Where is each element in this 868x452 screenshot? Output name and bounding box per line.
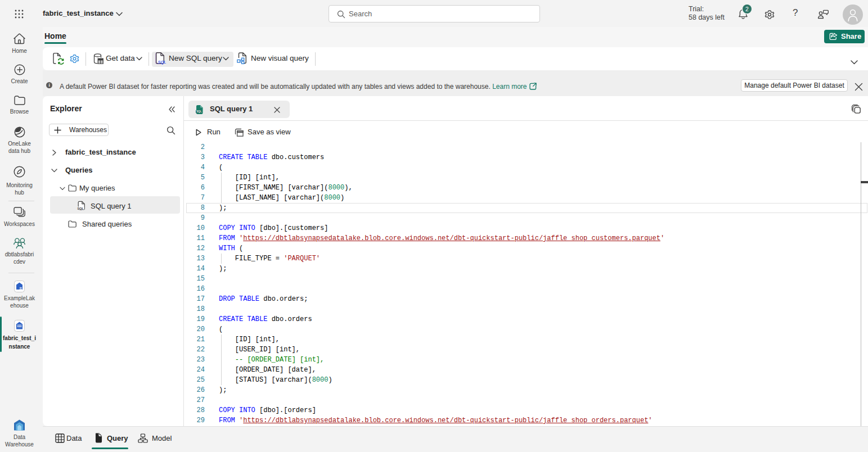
svg-text:SQL: SQL [158, 60, 167, 65]
svg-text:SQL: SQL [196, 110, 202, 113]
svg-text:SQL: SQL [77, 207, 84, 210]
